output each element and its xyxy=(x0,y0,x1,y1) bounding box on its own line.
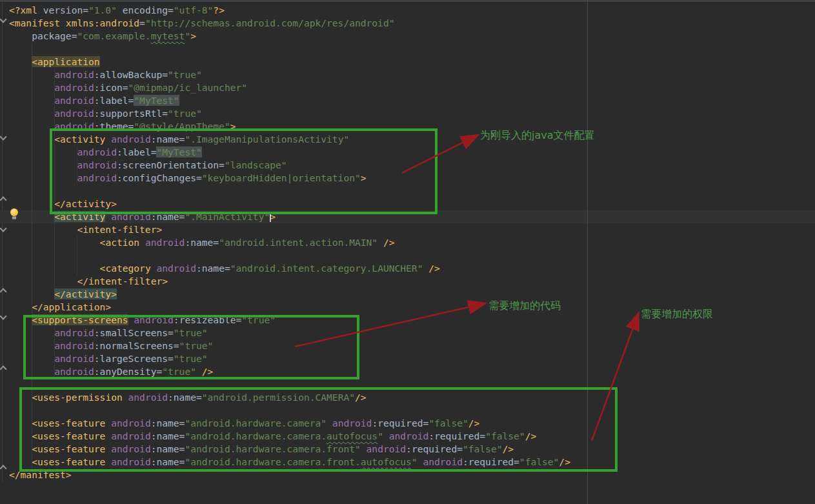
annotation-arrow xyxy=(295,304,483,347)
annotation-arrow xyxy=(402,136,476,173)
annotation-label: 为刚导入的java文件配置 xyxy=(480,129,595,143)
ide-window: { "app": { "title": "AndroidManifest.xml… xyxy=(0,0,815,504)
annotation-arrows xyxy=(0,0,815,504)
annotation-label: 需要增加的代码 xyxy=(488,299,561,313)
annotation-arrow xyxy=(592,316,638,441)
annotation-label: 需要增加的权限 xyxy=(641,308,713,321)
